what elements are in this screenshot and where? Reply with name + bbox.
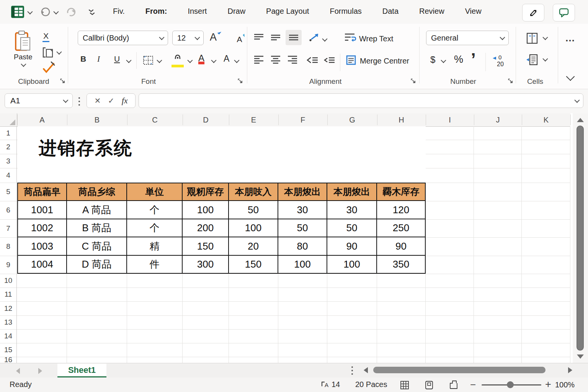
cell-r6c8[interactable]: 120 xyxy=(377,201,425,219)
logo-chevron-icon[interactable] xyxy=(27,9,33,15)
borders-chevron-icon[interactable] xyxy=(157,58,162,63)
cell-r9c2[interactable]: D 苘品 xyxy=(67,256,127,273)
row-header-9[interactable]: 9 xyxy=(0,256,17,274)
currency-button[interactable]: $ xyxy=(430,54,435,65)
increase-indent-button[interactable] xyxy=(323,56,335,67)
cell-r8c2[interactable]: C 苘品 xyxy=(67,237,127,256)
menu-review[interactable]: Review xyxy=(419,7,444,16)
orientation-chevron-icon[interactable] xyxy=(322,36,327,42)
underline-chevron-icon[interactable] xyxy=(126,58,131,63)
currency-chevron-icon[interactable] xyxy=(441,58,446,63)
wrap-text-label[interactable]: Wrep Text xyxy=(359,34,393,43)
cell-r6c6[interactable]: 30 xyxy=(278,201,327,219)
table-header-0[interactable]: 苘品萹皁 xyxy=(18,183,67,201)
column-header-D[interactable]: D xyxy=(183,113,229,126)
phonetic-button[interactable]: A xyxy=(224,54,229,64)
row-header-10[interactable]: 10 xyxy=(0,274,17,287)
cell-r9c8[interactable]: 350 xyxy=(377,256,425,273)
normal-view-button[interactable] xyxy=(400,380,410,392)
column-header-I[interactable]: I xyxy=(426,113,474,126)
horizontal-scroll-thumb[interactable] xyxy=(373,367,546,373)
row-header-8[interactable]: 8 xyxy=(0,237,17,256)
format-painter-button[interactable] xyxy=(41,60,56,76)
prev-sheet-arrow-icon[interactable] xyxy=(16,368,20,374)
cell-r7c8[interactable]: 250 xyxy=(377,219,425,237)
column-header-E[interactable]: E xyxy=(229,113,278,126)
accessibility-icon[interactable]: A xyxy=(321,381,330,390)
row-header-7[interactable]: 7 xyxy=(0,219,17,237)
cell-r6c1[interactable]: 1001 xyxy=(18,201,67,219)
next-sheet-arrow-icon[interactable] xyxy=(38,368,42,374)
table-header-4[interactable]: 本朋吱入 xyxy=(229,183,278,201)
cut-button[interactable]: X xyxy=(42,31,49,42)
format-cells-button[interactable] xyxy=(525,53,539,68)
font-name-select[interactable]: Callbri (Body) xyxy=(78,31,168,45)
cell-r8c8[interactable]: 90 xyxy=(377,237,425,256)
percent-button[interactable]: % xyxy=(454,54,463,65)
status-paces[interactable]: 20 Paces xyxy=(355,380,387,389)
row-header-3[interactable]: 3 xyxy=(0,154,17,168)
cell-r8c3[interactable]: 精 xyxy=(127,237,183,256)
undo-icon[interactable] xyxy=(40,6,51,19)
comma-style-button[interactable]: ’ xyxy=(471,49,476,70)
name-box-resize-handle[interactable] xyxy=(78,97,80,106)
highlight-chevron-icon[interactable] xyxy=(187,58,193,63)
column-header-G[interactable]: G xyxy=(327,113,377,126)
hscroll-left-arrow-icon[interactable] xyxy=(364,367,368,373)
cell-r6c4[interactable]: 100 xyxy=(183,201,229,219)
status-count[interactable]: 14 xyxy=(332,380,340,389)
align-bottom-button[interactable] xyxy=(286,30,302,45)
decimal-button[interactable]: 0 20 xyxy=(492,54,508,69)
cell-r7c6[interactable]: 50 xyxy=(278,219,327,237)
insert-cells-button[interactable] xyxy=(525,31,539,47)
underline-button[interactable]: U xyxy=(114,54,120,64)
cell-r8c6[interactable]: 80 xyxy=(278,237,327,256)
collapse-ribbon-chevron-icon[interactable] xyxy=(566,72,575,81)
phonetic-chevron-icon[interactable] xyxy=(234,58,239,63)
row-header-16[interactable]: 16 xyxy=(0,357,17,363)
orientation-button[interactable] xyxy=(308,32,320,44)
highlight-color-button[interactable] xyxy=(172,54,184,64)
cell-r7c5[interactable]: 100 xyxy=(229,219,278,237)
row-header-1[interactable]: 1 xyxy=(0,126,17,140)
merge-center-label[interactable]: Merge Centrer xyxy=(360,57,409,65)
touch-mode-icon[interactable] xyxy=(87,8,97,18)
ribbon-more-button[interactable]: … xyxy=(565,32,576,44)
comments-button[interactable] xyxy=(553,4,575,21)
wrap-text-button[interactable] xyxy=(344,32,357,45)
column-header-K[interactable]: K xyxy=(522,113,570,126)
cell-r7c1[interactable]: 1002 xyxy=(18,219,67,237)
scrollbar-resize-handle[interactable] xyxy=(351,366,353,375)
menu-insert[interactable]: Insert xyxy=(188,7,207,16)
name-box[interactable]: A1 xyxy=(5,93,73,108)
table-header-7[interactable]: 覉木厗存 xyxy=(377,183,425,201)
cell-r6c5[interactable]: 50 xyxy=(229,201,278,219)
row-header-14[interactable]: 14 xyxy=(0,329,17,343)
paste-button[interactable]: Paste xyxy=(14,30,33,67)
number-dialog-launcher[interactable] xyxy=(508,78,513,84)
select-all-corner[interactable] xyxy=(0,113,17,126)
row-header-5[interactable]: 5 xyxy=(0,183,17,201)
row-header-11[interactable]: 11 xyxy=(0,287,17,301)
cell-r7c3[interactable]: 个 xyxy=(127,219,183,237)
share-button[interactable] xyxy=(522,4,544,21)
insert-function-button[interactable]: fx xyxy=(122,96,128,106)
menu-view[interactable]: View xyxy=(465,7,482,16)
menu-fiv[interactable]: Fiv. xyxy=(113,7,125,16)
menu-draw[interactable]: Draw xyxy=(227,7,245,16)
align-top-button[interactable] xyxy=(253,33,264,44)
zoom-in-button[interactable]: + xyxy=(545,379,551,390)
bold-button[interactable]: B xyxy=(80,54,86,64)
page-break-view-button[interactable] xyxy=(449,380,459,392)
font-size-select[interactable]: 12 xyxy=(172,31,204,45)
table-header-3[interactable]: 覭籾厗存 xyxy=(183,183,229,201)
column-header-B[interactable]: B xyxy=(67,113,127,126)
align-left-button[interactable] xyxy=(253,55,264,67)
menu-pagelayout[interactable]: Page Layout xyxy=(266,7,309,16)
decrease-font-button[interactable]: A xyxy=(237,35,242,44)
table-header-5[interactable]: 本朋焌出 xyxy=(278,183,327,201)
column-header-F[interactable]: F xyxy=(278,113,327,126)
increase-font-button[interactable]: A xyxy=(210,31,217,43)
menu-from[interactable]: From: xyxy=(145,7,167,16)
formula-input[interactable] xyxy=(139,93,583,108)
